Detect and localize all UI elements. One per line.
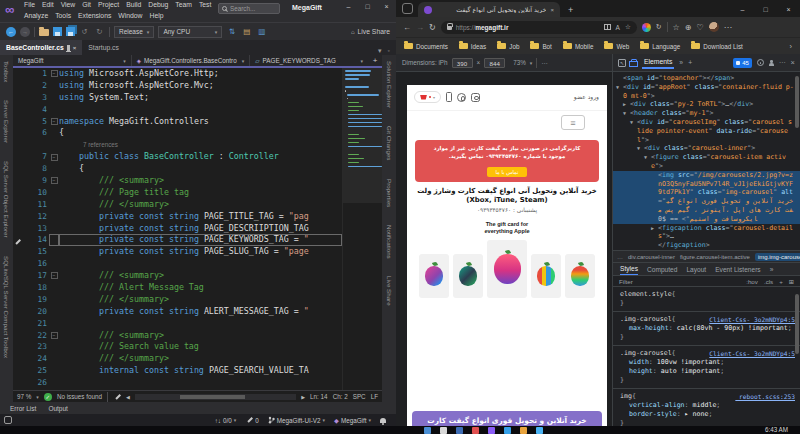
tool-window-tab[interactable]: Live Share xyxy=(386,270,393,318)
tool-window-tab[interactable]: Solution Explorer xyxy=(386,55,393,120)
breadcrumb-item[interactable]: img.img-carousel xyxy=(755,253,800,261)
add-tab-icon[interactable]: + xyxy=(688,59,692,66)
favorites-bar-icon[interactable]: ☆ xyxy=(673,23,680,32)
tree-node[interactable]: <span id="topanchor"></span> xyxy=(613,74,800,83)
bookmarks-overflow-icon[interactable]: › xyxy=(790,42,793,51)
tree-node[interactable]: ▶<figcaption class="carousel-details">… xyxy=(613,224,800,242)
inspect-icon[interactable]: ↖ xyxy=(618,59,626,67)
css-rule[interactable]: element.style {} xyxy=(613,287,800,312)
hamburger-menu-button[interactable]: ≡ xyxy=(561,115,585,130)
taskbar-app-icon[interactable] xyxy=(424,427,431,434)
tab-overflow-icon[interactable]: ▾ xyxy=(378,47,382,55)
taskbar-app-icon[interactable] xyxy=(472,427,479,434)
code-line[interactable]: 26 xyxy=(13,377,342,389)
tab-actions-button[interactable] xyxy=(402,3,413,14)
feedback-icon[interactable] xyxy=(4,416,12,424)
code-line[interactable]: 22− /// <summary> xyxy=(13,330,342,342)
start-debug-icon[interactable]: ⇅ xyxy=(226,27,237,36)
back-button[interactable]: ← xyxy=(403,23,411,32)
tree-scrollbar[interactable] xyxy=(795,76,799,128)
style-toggle[interactable]: :hov xyxy=(746,278,758,285)
tree-node[interactable]: ▼<figure class="carousel-item active"> xyxy=(613,153,800,171)
tree-node[interactable]: ▶<div class="py-2 ToRTL">…</div> xyxy=(613,100,800,109)
sidebar-tab-event-listeners[interactable]: Event Listeners xyxy=(715,266,760,273)
css-property[interactable]: height: auto !important; xyxy=(620,367,795,376)
code-line[interactable]: 12 private const string PAGE_TITLE_TAG =… xyxy=(13,211,342,223)
vs-search-box[interactable]: Search... xyxy=(218,3,280,14)
tab-startup[interactable]: Startup.cs xyxy=(82,40,125,55)
devtools-profile-icon[interactable] xyxy=(769,63,774,66)
type-dropdown[interactable]: ◈MegaGift.Controllers.BaseContro▾ xyxy=(132,55,251,66)
code-line[interactable]: 7− public class BaseController : Control… xyxy=(13,151,342,163)
codelens-references[interactable]: 7 references xyxy=(13,139,342,151)
bookmark-folder[interactable]: Language xyxy=(640,43,680,50)
zoom-dropdown[interactable]: 73% xyxy=(513,59,526,66)
menu-item[interactable]: Test xyxy=(199,1,211,8)
new-tab-button[interactable]: + xyxy=(568,5,573,15)
tool-window-tab[interactable]: Toolbox xyxy=(3,55,10,94)
close-button[interactable]: × xyxy=(777,2,800,17)
devtools-close-icon[interactable]: × xyxy=(791,58,795,67)
maximize-button[interactable]: □ xyxy=(358,0,377,13)
contact-button[interactable]: تماس با ما xyxy=(487,167,526,177)
phone-icon[interactable] xyxy=(446,92,452,102)
browser-essentials-icon[interactable]: ♡ xyxy=(696,23,703,32)
notifications-bell-icon[interactable] xyxy=(380,418,386,423)
attach-icon[interactable]: ▥ xyxy=(256,27,267,36)
instagram-icon[interactable] xyxy=(471,93,480,102)
menu-item[interactable]: Window xyxy=(118,12,142,19)
tree-node[interactable]: ▼<div id="carouselImg" class="carousel s… xyxy=(613,118,800,144)
horizontal-scrollbar[interactable] xyxy=(135,394,296,400)
open-folder-button[interactable] xyxy=(39,29,49,36)
bookmark-folder[interactable]: Mobile xyxy=(563,43,594,50)
code-line[interactable]: 8 { xyxy=(13,163,342,175)
tool-window-tab[interactable]: Git Changes xyxy=(386,120,393,172)
browser-tab[interactable]: خرید آنلاین وتحویل آنی انواع گیفت × xyxy=(418,2,560,17)
tree-node[interactable]: ▼<header class="my-1"> xyxy=(613,109,800,118)
menu-item[interactable]: Tools xyxy=(55,12,71,19)
devtools-more-icon[interactable]: ⋯ xyxy=(779,59,786,67)
taskbar-app-icon[interactable] xyxy=(536,427,543,434)
forward-button[interactable]: → xyxy=(416,23,424,32)
code-line[interactable]: 1−using Microsoft.AspNetCore.Http; xyxy=(13,68,342,80)
tool-window-tab[interactable]: SQLite/SQL Server Compact Toolbox xyxy=(3,250,10,370)
minimize-button[interactable]: – xyxy=(339,0,358,13)
menu-item[interactable]: Help xyxy=(150,12,164,19)
tree-node[interactable]: ▼<div id="appRoot" class="container-flui… xyxy=(613,83,800,101)
member-dropdown[interactable]: ▱PAGE_KEYWORDS_TAG▾ xyxy=(250,55,368,66)
devtools-settings-icon[interactable] xyxy=(757,59,764,66)
carousel-image[interactable]: The gift card foreverything Apple خرید آ… xyxy=(407,218,607,368)
code-editor[interactable]: 1−using Microsoft.AspNetCore.Http;2using… xyxy=(13,68,342,390)
configuration-dropdown[interactable]: Release▾ xyxy=(114,26,154,38)
menu-item[interactable]: Debug xyxy=(148,1,168,8)
menu-item[interactable]: Project xyxy=(98,1,119,8)
viewport-width-input[interactable]: 390 xyxy=(452,58,473,68)
whatsapp-icon[interactable] xyxy=(457,93,466,102)
viewport-height-input[interactable]: 844 xyxy=(484,58,505,68)
split-screen-icon[interactable] xyxy=(604,24,611,30)
tool-window-tab[interactable]: Properties xyxy=(386,173,393,219)
menu-item[interactable]: Edit xyxy=(42,1,54,8)
code-line[interactable]: 5−namespace MegaGift.Controllers xyxy=(13,116,342,128)
code-line[interactable]: 3using System.Text; xyxy=(13,92,342,104)
css-property[interactable]: max-height: calc(80vh - 90px) !important… xyxy=(620,324,795,333)
navigate-back-button[interactable]: ← xyxy=(6,27,16,37)
code-line[interactable]: 11 /// </summary> xyxy=(13,199,342,211)
refresh-button[interactable]: ↻ xyxy=(429,23,436,32)
breadcrumb-item[interactable]: figure.carousel-item.active xyxy=(680,254,750,260)
tree-node[interactable]: </figcaption> xyxy=(613,241,800,250)
css-rule[interactable]: .img-carousel {Client-Css-_3o2mNDYp4:5wi… xyxy=(613,346,800,389)
taskbar-app-icon[interactable] xyxy=(456,427,463,434)
more-tabs-icon[interactable]: » xyxy=(679,59,683,66)
code-line[interactable]: 15 private const string PAGE_SLUG_TAG = … xyxy=(13,246,342,258)
code-line[interactable]: 21 xyxy=(13,318,342,330)
tool-window-tab[interactable]: SQL Server Object Explorer xyxy=(3,155,10,249)
code-line[interactable]: 23 /// Search value tag xyxy=(13,341,342,353)
tool-window-tab[interactable]: Notifications xyxy=(386,219,393,271)
save-button[interactable] xyxy=(53,27,62,36)
stylesheet-link[interactable]: Client-Css-_3o2mNDYp4:5 xyxy=(709,315,795,324)
devtools-tab-elements[interactable]: Elements xyxy=(642,56,674,69)
emulation-more-icon[interactable]: ⋯ xyxy=(541,59,547,66)
pending-edits[interactable]: 0 xyxy=(245,417,259,424)
tree-node-selected[interactable]: <img src="/img/carousels/2.jpg?v=znO3Q5n… xyxy=(613,171,800,224)
